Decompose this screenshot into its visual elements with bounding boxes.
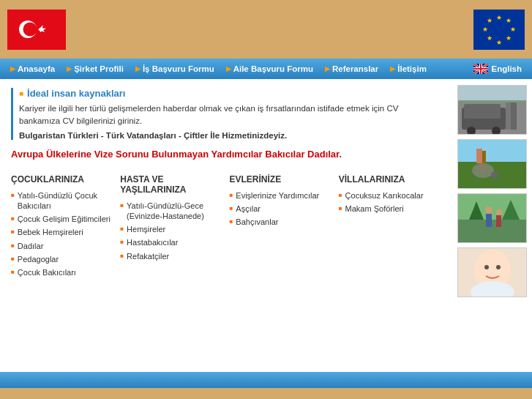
category-villalariniza-list: Çocuksuz Karıkocalar Makam Şoförleri	[339, 190, 441, 215]
category-cocuklariniza-list: Yatılı-Gündüzlü Çocuk Bakıcıları Çocuk G…	[11, 190, 113, 278]
header-area: ★ ★ ★ ★ ★ ★ ★ ★	[0, 0, 532, 59]
svg-rect-30	[458, 86, 527, 102]
nav-referanslar[interactable]: Referanslar	[319, 64, 384, 73]
english-label: English	[491, 64, 522, 73]
list-item: Çocuksuz Karıkocalar	[339, 190, 441, 201]
svg-point-42	[485, 206, 492, 214]
category-evlerinize-heading: EVLERİNİZE	[230, 174, 331, 184]
nav-is-basvuru[interactable]: İş Başvuru Formu	[130, 64, 220, 73]
svg-text:★: ★	[506, 34, 512, 42]
navbar: Anasayfa Şirket Profili İş Başvuru Formu…	[0, 59, 532, 79]
nav-aile-basvuru[interactable]: Aile Başvuru Formu	[220, 64, 319, 73]
list-item: Makam Şoförleri	[339, 204, 441, 214]
ideal-section: İdeal insan kaynakları Kariyer ile ilgil…	[11, 88, 441, 140]
category-cocuklariniza: ÇOCUKLARINIZA Yatılı-Gündüzlü Çocuk Bakı…	[11, 174, 113, 281]
list-item: Çocuk Bakıcıları	[11, 267, 113, 277]
visa-text: Avrupa Ülkelerine Vize Sorunu Bulunmayan…	[11, 149, 441, 160]
svg-text:★: ★	[496, 39, 502, 46]
photo-3	[457, 193, 527, 243]
nav-iletisim[interactable]: İletişim	[384, 64, 432, 73]
svg-text:★: ★	[496, 14, 502, 21]
svg-rect-31	[458, 100, 527, 102]
svg-text:★: ★	[482, 26, 488, 33]
categories-grid: ÇOCUKLARINIZA Yatılı-Gündüzlü Çocuk Bakı…	[11, 174, 441, 281]
category-villalariniza-heading: VİLLALARINIZA	[339, 174, 441, 184]
svg-point-36	[491, 171, 498, 179]
list-item: Refakatçiler	[120, 251, 222, 261]
photo-1	[457, 85, 527, 135]
content-left: İdeal insan kaynakları Kariyer ile ilgil…	[0, 79, 452, 372]
list-item: Pedagoglar	[11, 254, 113, 264]
svg-point-44	[496, 209, 502, 215]
list-item: Yatılı-Gündüzlü-Gece (Evinizde-Hastanede…	[120, 201, 222, 222]
svg-rect-45	[496, 215, 501, 227]
svg-point-35	[472, 163, 494, 178]
list-item: Bahçıvanlar	[230, 217, 331, 227]
content-right	[452, 79, 532, 372]
category-evlerinize: EVLERİNİZE Evişlerinize Yardımcılar Aşçı…	[230, 174, 331, 281]
svg-point-48	[484, 265, 489, 269]
category-hasta-yasli-list: Yatılı-Gündüzlü-Gece (Evinizde-Hastanede…	[120, 201, 222, 261]
eu-flag: ★ ★ ★ ★ ★ ★ ★ ★	[473, 10, 525, 50]
photo-4	[457, 247, 527, 297]
svg-rect-22	[473, 68, 488, 70]
list-item: Aşçılar	[230, 204, 331, 214]
list-item: Bebek Hemşireleri	[11, 227, 113, 237]
category-villalariniza: VİLLALARINIZA Çocuksuz Karıkocalar Makam…	[339, 174, 441, 281]
svg-text:★: ★	[510, 26, 516, 33]
nav-english[interactable]: English	[468, 64, 528, 74]
ideal-bold-text: Bulgaristan Türkleri - Türk Vatandaşları…	[19, 131, 441, 140]
turkey-flag	[7, 10, 66, 50]
nav-anasayfa[interactable]: Anasayfa	[4, 64, 61, 73]
list-item: Dadılar	[11, 241, 113, 251]
ideal-description: Kariyer ile ilgili her türlü gelişmelerd…	[19, 102, 441, 128]
bottom-bar	[0, 372, 532, 388]
svg-rect-32	[458, 140, 527, 162]
svg-rect-39	[458, 220, 527, 243]
list-item: Hastabakıcılar	[120, 237, 222, 247]
category-evlerinize-list: Evişlerinize Yardımcılar Aşçılar Bahçıva…	[230, 190, 331, 228]
category-hasta-yasli: HASTA VE YAŞLILARINIZA Yatılı-Gündüzlü-G…	[120, 174, 222, 281]
photo-2	[457, 139, 527, 189]
category-cocuklariniza-heading: ÇOCUKLARINIZA	[11, 174, 113, 184]
svg-text:★: ★	[487, 17, 492, 24]
list-item: Hemşireler	[120, 224, 222, 234]
list-item: Çocuk Gelişim Eğitimcileri	[11, 214, 113, 224]
svg-point-49	[496, 265, 501, 269]
svg-rect-37	[476, 149, 482, 163]
svg-point-2	[23, 22, 37, 36]
category-hasta-yasli-heading: HASTA VE YAŞLILARINIZA	[120, 174, 222, 195]
svg-rect-25	[464, 104, 501, 119]
svg-text:★: ★	[487, 34, 492, 42]
page-wrapper: ★ ★ ★ ★ ★ ★ ★ ★ Anasayfa Şirket Profili …	[0, 0, 532, 388]
list-item: Yatılı-Gündüzlü Çocuk Bakıcıları	[11, 190, 113, 212]
svg-text:★: ★	[506, 17, 512, 24]
ideal-title: İdeal insan kaynakları	[19, 88, 441, 99]
list-item: Evişlerinize Yardımcılar	[230, 190, 331, 201]
nav-sirket-profili[interactable]: Şirket Profili	[61, 64, 130, 73]
main-content: İdeal insan kaynakları Kariyer ile ilgil…	[0, 79, 532, 372]
svg-rect-43	[486, 214, 492, 227]
